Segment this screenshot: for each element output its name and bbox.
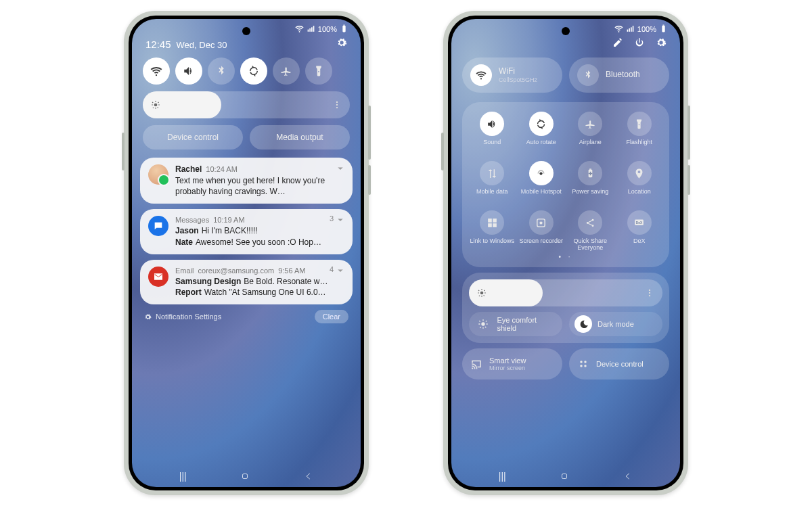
toggle-sound[interactable]	[175, 58, 202, 85]
brightness-more-button[interactable]	[332, 100, 342, 110]
nav-back[interactable]	[304, 472, 313, 481]
brightness-panel: Eye comfort shield Dark mode	[462, 273, 669, 343]
nav-home[interactable]	[240, 472, 250, 481]
cast-icon	[470, 358, 482, 370]
chevron-down-icon	[336, 267, 344, 275]
notification-settings-link[interactable]: Notification Settings	[144, 313, 221, 321]
quick-toggle-row	[132, 58, 361, 91]
brightness-more-button[interactable]	[645, 288, 654, 298]
svg-rect-28	[243, 474, 248, 479]
toggle-wifi[interactable]	[143, 58, 170, 85]
tile-link-windows[interactable]: Link to Windows	[468, 210, 517, 252]
tile-hotspot[interactable]: Mobile Hotspot	[517, 161, 566, 202]
nav-home[interactable]	[560, 472, 569, 481]
wifi-icon	[470, 64, 492, 86]
notif-app: Email	[175, 267, 194, 275]
wifi-icon	[150, 65, 162, 77]
toggle-autorotate[interactable]	[240, 58, 267, 85]
dark-mode-toggle[interactable]: Dark mode	[569, 312, 662, 336]
nav-bar: |||	[132, 471, 361, 482]
mail-sender: Report	[175, 288, 202, 297]
device-control-label: Device control	[596, 360, 644, 368]
tile-sound[interactable]: Sound	[468, 112, 517, 153]
media-output-chip[interactable]: Media output	[250, 125, 350, 150]
phone-quick-settings: 100% WiFi CellSpot5GHz Bluetoot	[443, 11, 688, 495]
bluetooth-icon	[577, 64, 599, 86]
email-app-icon	[148, 267, 168, 287]
flashlight-icon	[633, 118, 645, 130]
grid-icon	[577, 358, 589, 370]
brightness-icon	[151, 100, 160, 110]
tile-flashlight[interactable]: Flashlight	[615, 112, 664, 153]
nav-recents[interactable]: |||	[499, 471, 506, 482]
power-menu-button[interactable]	[634, 37, 645, 51]
notification-card-messages[interactable]: 3 Messages 10:19 AM JasonHi I'm BACK!!!!…	[140, 209, 353, 254]
tile-power-saving[interactable]: Power saving	[566, 161, 615, 202]
chevron-down-icon	[336, 216, 344, 224]
tile-airplane[interactable]: Airplane	[566, 112, 615, 153]
location-icon	[633, 168, 645, 179]
device-control-tile[interactable]: Device control	[569, 348, 669, 380]
notification-card-email[interactable]: 4 Email coreux@samsung.com 9:56 AM Samsu…	[140, 260, 353, 304]
notif-body: Text me when you get here! I know you're…	[175, 175, 344, 197]
page-indicator[interactable]: • ·	[468, 253, 664, 260]
tile-autorotate[interactable]: Auto rotate	[517, 112, 566, 153]
dex-icon	[633, 217, 645, 229]
smart-view-sub: Mirror screen	[489, 365, 526, 371]
autorotate-icon	[248, 65, 260, 77]
notif-time: 9:56 AM	[278, 267, 305, 275]
eye-comfort-toggle[interactable]: Eye comfort shield	[469, 312, 562, 336]
clock-time: 12:45	[145, 39, 171, 50]
wifi-tile-sub: CellSpot5GHz	[499, 76, 537, 83]
volume-icon	[487, 118, 498, 130]
quick-settings-grid-panel: Sound Auto rotate Airplane Flashlight Mo…	[462, 102, 669, 267]
smart-view-tile[interactable]: Smart view Mirror screen	[462, 348, 562, 380]
bluetooth-tile[interactable]: Bluetooth	[569, 58, 669, 93]
clear-notifications-button[interactable]: Clear	[315, 310, 348, 323]
toggle-flashlight[interactable]	[305, 58, 332, 85]
tile-screen-recorder[interactable]: Screen recorder	[517, 210, 566, 252]
brightness-slider[interactable]	[143, 91, 350, 118]
toggle-bluetooth[interactable]	[208, 58, 235, 85]
clock-date: Wed, Dec 30	[177, 40, 227, 50]
battery-percent: 100%	[318, 25, 337, 33]
messages-app-icon	[148, 216, 168, 236]
flashlight-icon	[313, 65, 325, 77]
power-icon	[634, 37, 645, 48]
screen-recorder-icon	[535, 217, 547, 229]
tile-location[interactable]: Location	[615, 161, 664, 202]
chevron-down-icon	[336, 164, 344, 172]
bluetooth-tile-label: Bluetooth	[606, 70, 640, 80]
notif-time: 10:19 AM	[213, 216, 244, 224]
notification-settings-label: Notification Settings	[156, 313, 221, 321]
nav-back[interactable]	[623, 472, 633, 481]
msg-text: Awesome! See you soon :O Hop…	[196, 237, 321, 247]
brightness-slider[interactable]	[469, 279, 662, 306]
toggle-airplane[interactable]	[273, 58, 300, 85]
device-control-chip[interactable]: Device control	[143, 125, 243, 150]
wifi-tile[interactable]: WiFi CellSpot5GHz	[462, 58, 562, 93]
tile-mobile-data[interactable]: Mobile data	[468, 161, 517, 202]
wifi-partial-icon	[295, 24, 304, 33]
sun-icon	[478, 319, 489, 329]
bluetooth-icon	[215, 65, 227, 77]
nav-recents[interactable]: |||	[179, 471, 187, 482]
pencil-icon	[612, 37, 623, 48]
svg-rect-29	[562, 474, 567, 479]
mail-subject: Be Bold. Resonate w…	[244, 277, 328, 286]
smart-view-label: Smart view	[489, 356, 526, 365]
autorotate-icon	[535, 118, 547, 130]
tile-dex[interactable]: DeX	[615, 210, 664, 252]
msg-sender: Nate	[175, 237, 193, 247]
settings-button[interactable]	[336, 37, 347, 51]
avatar-rachel	[148, 164, 168, 185]
tile-quick-share[interactable]: Quick Share Everyone	[566, 210, 615, 252]
brightness-icon	[477, 288, 487, 298]
edit-tiles-button[interactable]	[612, 37, 623, 51]
moon-icon	[579, 319, 589, 329]
hotspot-icon	[535, 168, 547, 179]
battery-icon	[340, 24, 348, 33]
settings-button[interactable]	[656, 37, 667, 51]
notif-time: 10:24 AM	[206, 165, 237, 173]
notification-card-rachel[interactable]: Rachel 10:24 AM Text me when you get her…	[140, 158, 353, 204]
